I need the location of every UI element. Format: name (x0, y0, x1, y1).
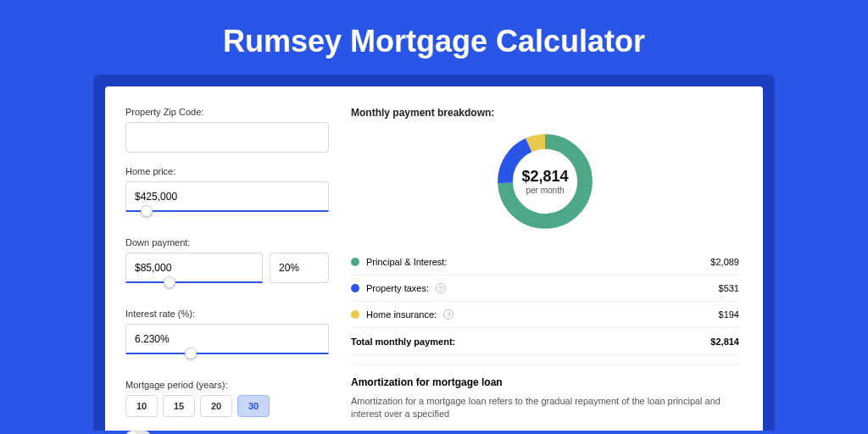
period-option-10[interactable]: 10 (125, 395, 158, 417)
mortgage-period-label: Mortgage period (years): (125, 380, 329, 390)
interest-rate-slider-handle[interactable] (185, 348, 197, 359)
home-price-slider-handle[interactable] (141, 205, 153, 217)
legend-row-total: Total monthly payment: $2,814 (351, 328, 739, 355)
legend-label: Home insurance: (366, 309, 437, 320)
period-option-30[interactable]: 30 (237, 395, 270, 417)
total-label: Total monthly payment: (351, 337, 455, 347)
zip-input[interactable] (125, 122, 329, 153)
calculator-card: Property Zip Code: Home price: Down paym… (105, 86, 763, 431)
veteran-toggle[interactable] (125, 431, 151, 434)
home-price-label: Home price: (125, 166, 329, 176)
dot-icon (351, 310, 359, 319)
donut-center-amount: $2,814 (521, 168, 568, 186)
veteran-toggle-row: I am veteran or military (125, 431, 329, 434)
donut-chart-wrap: $2,814 per month (351, 129, 739, 234)
breakdown-column: Monthly payment breakdown: $2,814 per mo… (351, 107, 739, 431)
amortization-heading: Amortization for mortgage loan (351, 376, 739, 388)
home-price-group: Home price: (125, 166, 329, 224)
interest-rate-label: Interest rate (%): (125, 309, 329, 319)
down-payment-slider-handle[interactable] (164, 276, 175, 288)
legend-label: Principal & Interest: (366, 257, 447, 267)
donut-chart: $2,814 per month (492, 129, 598, 234)
card-backdrop: Property Zip Code: Home price: Down paym… (93, 75, 775, 431)
page-title: Rumsey Mortgage Calculator (0, 0, 868, 75)
home-price-input[interactable] (125, 181, 329, 212)
inputs-column: Property Zip Code: Home price: Down paym… (125, 107, 329, 431)
legend-label: Property taxes: (366, 283, 429, 293)
down-payment-group: Down payment: (125, 237, 329, 295)
amortization-section: Amortization for mortgage loan Amortizat… (351, 364, 739, 421)
dot-icon (351, 258, 359, 266)
legend-row-taxes: Property taxes: ? $531 (351, 275, 739, 302)
legend-value: $194 (719, 309, 739, 320)
total-value: $2,814 (710, 337, 739, 347)
legend-row-insurance: Home insurance: ? $194 (351, 302, 739, 328)
interest-rate-input[interactable] (125, 324, 329, 354)
down-payment-amount-input[interactable] (125, 253, 263, 283)
amortization-body: Amortization for a mortgage loan refers … (351, 395, 739, 421)
legend-row-principal: Principal & Interest: $2,089 (351, 249, 739, 275)
info-icon[interactable]: ? (436, 283, 446, 293)
breakdown-heading: Monthly payment breakdown: (351, 107, 739, 119)
period-option-15[interactable]: 15 (163, 395, 195, 417)
zip-group: Property Zip Code: (125, 107, 329, 153)
zip-label: Property Zip Code: (125, 107, 329, 117)
mortgage-period-group: Mortgage period (years): 10 15 20 30 (125, 380, 329, 417)
interest-rate-group: Interest rate (%): (125, 309, 329, 366)
period-option-20[interactable]: 20 (200, 395, 232, 417)
down-payment-percent-input[interactable] (270, 253, 329, 283)
legend-value: $2,089 (710, 257, 739, 267)
dot-icon (351, 284, 359, 292)
down-payment-label: Down payment: (125, 237, 329, 248)
legend-value: $531 (719, 283, 739, 293)
info-icon[interactable]: ? (443, 309, 453, 320)
donut-center-sub: per month (526, 186, 564, 195)
